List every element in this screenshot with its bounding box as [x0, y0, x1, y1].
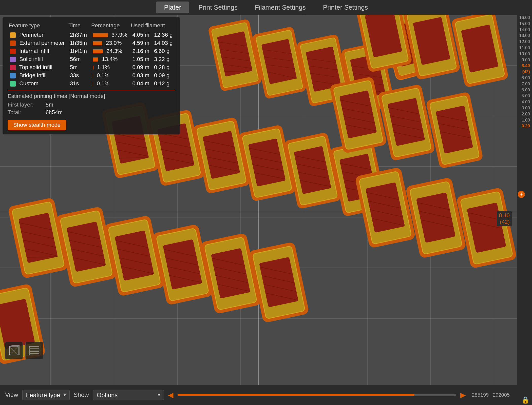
table-row: Solid infill 56m 13.4% 1.05 m 3.22 g	[8, 55, 175, 63]
feature-name: Custom	[19, 80, 39, 87]
table-row: Internal infill 1h41m 24.3% 2.16 m 6.60 …	[8, 47, 175, 55]
time-cell: 5m	[67, 63, 90, 71]
feature-name: Perimeter	[19, 32, 43, 38]
view-label: View	[5, 391, 18, 398]
ruler-mark: 5.00	[517, 93, 532, 99]
filament-cell: 4.59 m 14.03 g	[130, 39, 175, 47]
tab-printer-settings[interactable]: Printer Settings	[315, 2, 376, 13]
feature-name-cell: Solid infill	[8, 55, 67, 63]
ruler-mark: 7.00	[517, 81, 532, 87]
show-label: Show	[74, 391, 89, 398]
ruler-mark: 10.00	[517, 51, 532, 57]
total-row: Total: 6h54m	[8, 109, 175, 116]
ruler-mark: 8.00	[517, 75, 532, 81]
feature-name-cell: Bridge infill	[8, 71, 67, 79]
time-cell: 31s	[67, 79, 90, 88]
ruler-mark: 11.00	[517, 45, 532, 51]
table-row: Top solid infill 5m 1.1% 0.09 m 0.28 g	[8, 63, 175, 71]
bottom-toolbar: View Feature type ▼ Show Options ▼ ◀ ▶ 2…	[0, 385, 532, 405]
lock-icon[interactable]: 🔒	[521, 396, 529, 404]
ruler-mark: 14.00	[517, 27, 532, 33]
filament-cell: 0.09 m 0.28 g	[130, 63, 175, 71]
tab-filament-settings[interactable]: Filament Settings	[247, 2, 314, 13]
ruler-mark: 15.00	[517, 21, 532, 27]
table-row: External perimeter 1h35m 23.0% 4.59 m 14…	[8, 39, 175, 47]
filament-cell: 4.05 m 12.36 g	[130, 31, 175, 39]
time-cell: 2h37m	[67, 31, 90, 39]
timeline-track[interactable]	[178, 394, 456, 396]
tab-plater[interactable]: Plater	[156, 2, 189, 13]
ruler-mark: 4.00	[517, 99, 532, 105]
feature-name: Solid infill	[19, 56, 43, 62]
timeline-right-arrow[interactable]: ▶	[460, 391, 466, 399]
layer-index: (42)	[499, 219, 510, 225]
col-feature-type: Feature type	[8, 21, 67, 31]
layer-indicator: 8.40 (42)	[497, 211, 512, 226]
timeline-left-value: 285199	[472, 392, 489, 398]
col-percentage: Percentage	[90, 21, 130, 31]
ruler-mark: 9.00	[517, 57, 532, 63]
stealth-mode-button[interactable]: Show stealth mode	[8, 120, 66, 130]
filament-cell: 0.03 m 0.09 g	[130, 71, 175, 79]
print-times-section: Estimated printing times [Normal mode]: …	[8, 93, 175, 116]
show-select[interactable]: Options	[93, 390, 164, 400]
feature-name-cell: Top solid infill	[8, 63, 67, 71]
col-used-filament: Used filament	[130, 21, 175, 31]
ruler-mark: 0.20	[517, 123, 532, 129]
svg-rect-200	[29, 354, 39, 355]
ruler-mark: 3.00	[517, 105, 532, 111]
timeline-right-value: 292005	[493, 392, 510, 398]
view-select[interactable]: Feature type	[22, 390, 70, 400]
feature-name: External perimeter	[19, 40, 65, 46]
ruler-mark: 16.00	[517, 15, 532, 21]
time-cell: 1h35m	[67, 39, 90, 47]
tab-print-settings[interactable]: Print Settings	[190, 2, 246, 13]
feature-name-cell: External perimeter	[8, 39, 67, 47]
ruler-right: 16.0015.0014.0013.0012.0011.0010.009.008…	[517, 15, 532, 385]
feature-name: Internal infill	[19, 48, 49, 54]
filament-cell: 0.04 m 0.12 g	[130, 79, 175, 88]
timeline-section: ◀ ▶	[168, 391, 466, 399]
total-label: Total:	[8, 109, 38, 116]
zoom-plus-button[interactable]: +	[518, 191, 525, 198]
ruler-mark: 13.00	[517, 33, 532, 39]
first-layer-value: 5m	[46, 102, 53, 108]
table-row: Perimeter 2h37m 37.9% 4.05 m 12.36 g	[8, 31, 175, 39]
top-nav: Plater Print Settings Filament Settings …	[0, 0, 532, 15]
table-row: Custom 31s 0.1% 0.04 m 0.12 g	[8, 79, 175, 88]
timeline-left-arrow[interactable]: ◀	[168, 391, 174, 399]
ruler-mark: 6.00	[517, 87, 532, 93]
info-panel: Feature type Time Percentage Used filame…	[3, 17, 180, 134]
pct-cell: 1.1%	[90, 63, 130, 71]
layer-view-button[interactable]	[25, 342, 43, 359]
pct-cell: 13.4%	[90, 55, 130, 63]
pct-cell: 0.1%	[90, 71, 130, 79]
layer-value: 8.40	[499, 212, 510, 219]
pct-cell: 23.0%	[90, 39, 130, 47]
view-select-wrapper: Feature type ▼	[22, 390, 70, 400]
first-layer-label: First layer:	[8, 102, 38, 108]
feature-table: Feature type Time Percentage Used filame…	[8, 21, 175, 88]
print-times-title: Estimated printing times [Normal mode]:	[8, 93, 175, 99]
svg-line-194	[18, 355, 20, 355]
time-cell: 56m	[67, 55, 90, 63]
ruler-mark: (42)	[517, 69, 532, 75]
total-value: 6h54m	[46, 109, 63, 116]
table-row: Bridge infill 33s 0.1% 0.03 m 0.09 g	[8, 71, 175, 79]
ruler-mark: 2.00	[517, 111, 532, 117]
feature-name-cell: Internal infill	[8, 47, 67, 55]
pct-cell: 0.1%	[90, 79, 130, 88]
perspective-view-button[interactable]	[5, 342, 23, 359]
filament-cell: 1.05 m 3.22 g	[130, 55, 175, 63]
view-controls	[5, 342, 43, 359]
feature-name: Top solid infill	[19, 64, 52, 70]
feature-name-cell: Perimeter	[8, 31, 67, 39]
ruler-mark: 1.00	[517, 117, 532, 123]
svg-rect-199	[29, 352, 39, 353]
feature-name: Bridge infill	[19, 72, 47, 78]
viewport: Feature type Time Percentage Used filame…	[0, 15, 517, 385]
feature-name-cell: Custom	[8, 79, 67, 88]
ruler-mark: 12.00	[517, 39, 532, 45]
svg-rect-197	[29, 347, 39, 348]
svg-rect-198	[29, 349, 39, 351]
